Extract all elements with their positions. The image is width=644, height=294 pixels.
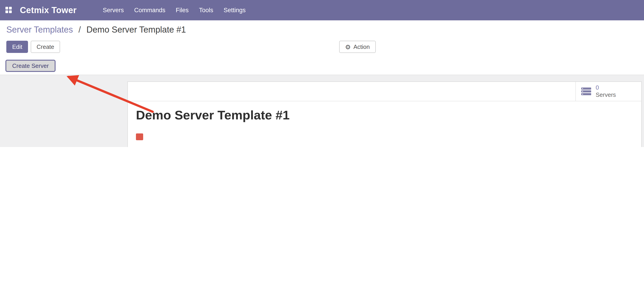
sheet-topbar: 0 Servers — [128, 82, 641, 101]
gear-icon: ⚙ — [345, 44, 351, 50]
toolbar: Edit Create ⚙ Action — [0, 38, 644, 57]
breadcrumb-row: Server Templates / Demo Server Template … — [0, 20, 644, 38]
content-area: 0 Servers Demo Server Template #1 Refere… — [0, 75, 644, 147]
nav-item-files[interactable]: Files — [175, 5, 190, 15]
breadcrumb: Server Templates / Demo Server Template … — [6, 25, 186, 35]
form-sheet: 0 Servers Demo Server Template #1 Refere… — [127, 81, 642, 147]
servers-stat-button[interactable]: 0 Servers — [575, 82, 641, 101]
color-swatch — [136, 133, 143, 140]
apps-grid-icon[interactable] — [6, 7, 12, 14]
nav-item-tools[interactable]: Tools — [198, 5, 214, 15]
nav-item-settings[interactable]: Settings — [223, 5, 246, 15]
edit-button[interactable]: Edit — [6, 41, 28, 53]
brand-title[interactable]: Cetmix Tower — [20, 5, 76, 15]
servers-icon — [581, 87, 592, 95]
stat-value: 0 — [596, 84, 616, 92]
breadcrumb-current: Demo Server Template #1 — [86, 25, 186, 34]
create-button[interactable]: Create — [31, 41, 60, 53]
action-button-label: Action — [354, 43, 370, 50]
action-button[interactable]: ⚙ Action — [339, 41, 376, 53]
app-window: Cetmix Tower Servers Commands Files Tool… — [0, 0, 644, 147]
breadcrumb-separator: / — [78, 25, 81, 34]
top-navbar: Cetmix Tower Servers Commands Files Tool… — [0, 0, 644, 20]
statusbar-row: Create Server — [0, 57, 644, 75]
breadcrumb-parent[interactable]: Server Templates — [6, 25, 73, 34]
nav-item-commands[interactable]: Commands — [133, 5, 166, 15]
nav-item-servers[interactable]: Servers — [102, 5, 125, 15]
create-server-button[interactable]: Create Server — [6, 60, 56, 72]
record-title: Demo Server Template #1 — [136, 108, 290, 122]
stat-text: 0 Servers — [596, 84, 616, 99]
stat-label: Servers — [596, 91, 616, 99]
main-menu: Servers Commands Files Tools Settings — [102, 5, 246, 15]
